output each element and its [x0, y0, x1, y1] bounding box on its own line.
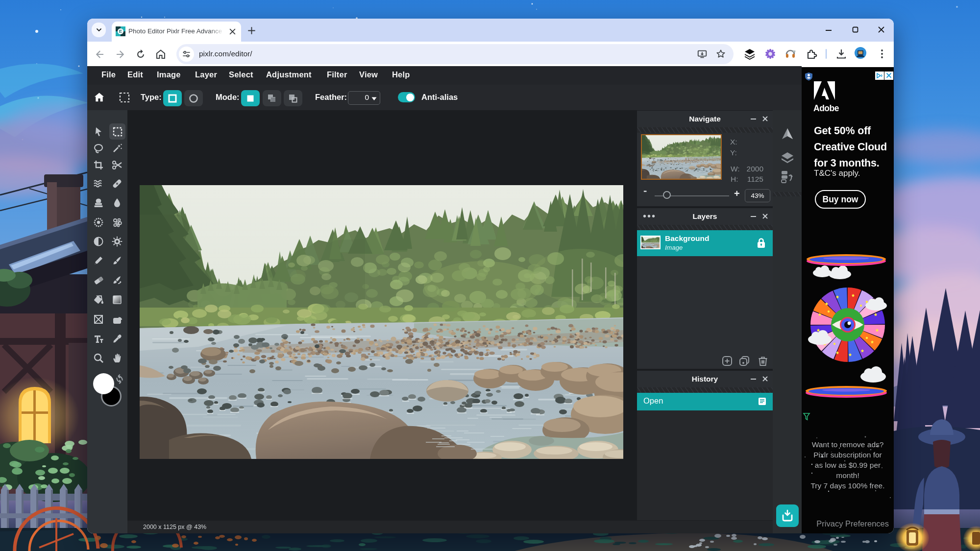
svg-text:E: E — [119, 28, 122, 34]
